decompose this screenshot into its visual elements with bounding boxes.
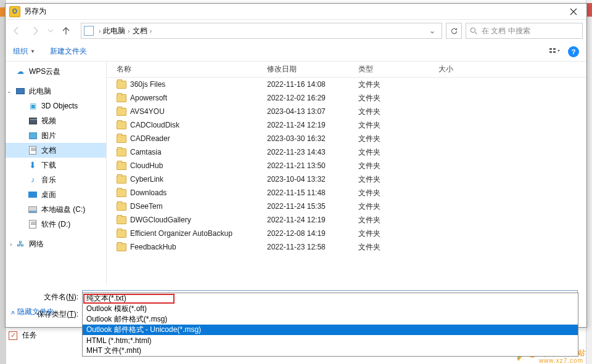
file-row[interactable]: Downloads2022-11-15 11:48文件夹 [107, 186, 586, 200]
arrow-right-icon [30, 26, 40, 36]
dropdown-option[interactable]: MHT 文件(*.mht) [83, 346, 578, 356]
svg-rect-3 [553, 48, 556, 50]
sidebar-item-wps[interactable]: ☁WPS云盘 [6, 64, 106, 79]
nav-back-button[interactable] [9, 23, 24, 38]
checkbox-icon[interactable]: ✓ [9, 331, 17, 340]
close-button[interactable] [561, 4, 586, 20]
chevron-right-icon: › [150, 28, 152, 34]
nav-history-button[interactable] [46, 23, 55, 38]
folder-icon [117, 94, 126, 102]
chevron-up-icon: ʌ [11, 309, 15, 315]
dropdown-option[interactable]: HTML (*.htm;*.html) [83, 335, 578, 346]
refresh-button[interactable] [446, 23, 462, 39]
savetype-dropdown: 纯文本(*.txt) Outlook 模板(*.oft) Outlook 邮件格… [82, 293, 578, 357]
file-row[interactable]: FeedbackHub2022-11-23 12:58文件夹 [107, 240, 586, 254]
file-date: 2022-11-21 13:50 [267, 161, 358, 170]
file-type: 文件夹 [358, 188, 438, 198]
file-row[interactable]: Camtasia2022-11-23 14:43文件夹 [107, 145, 586, 159]
disk-icon [28, 219, 38, 229]
sidebar-item-pictures[interactable]: 图片 [6, 128, 106, 143]
save-as-dialog: O 另存为 › 此电脑 › 文档 › ⌄ [5, 3, 587, 328]
file-row[interactable]: CloudHub2022-11-21 13:50文件夹 [107, 159, 586, 172]
sidebar-item-3d[interactable]: ▣3D Objects [6, 99, 106, 113]
sidebar-item-diskc[interactable]: 本地磁盘 (C:) [6, 202, 106, 217]
network-icon: 🖧 [15, 239, 25, 249]
col-size[interactable]: 大小 [438, 64, 488, 75]
task-item[interactable]: ✓ 任务 [9, 330, 37, 341]
nav-up-button[interactable] [59, 23, 73, 38]
nav-forward-button[interactable] [28, 23, 43, 38]
svg-rect-4 [553, 51, 556, 53]
dropdown-option-selected[interactable]: Outlook 邮件格式 - Unicode(*.msg) [83, 325, 578, 335]
file-name: CloudHub [130, 161, 163, 170]
breadcrumb[interactable]: › 此电脑 › 文档 › ⌄ [81, 23, 442, 39]
sidebar-item-network[interactable]: ⌄🖧网络 [6, 237, 106, 251]
file-type: 文件夹 [358, 93, 438, 103]
outlook-icon: O [9, 6, 20, 17]
search-input[interactable]: 在 文档 中搜索 [466, 23, 583, 39]
file-name: Efficient Organizer AutoBackup [130, 229, 232, 238]
file-name: 360js Files [130, 80, 165, 89]
help-button[interactable]: ? [568, 46, 579, 57]
file-row[interactable]: 360js Files2022-11-16 14:08文件夹 [107, 78, 586, 91]
sidebar-item-docs[interactable]: 文档 [6, 143, 106, 158]
col-date[interactable]: 修改日期 [267, 64, 358, 75]
file-row[interactable]: CADReader2023-03-30 16:32文件夹 [107, 132, 586, 145]
file-row[interactable]: DWGCloudGallery2022-11-24 12:19文件夹 [107, 213, 586, 227]
file-row[interactable]: CyberLink2023-10-04 13:32文件夹 [107, 172, 586, 186]
sidebar-item-diskd[interactable]: 软件 (D:) [6, 217, 106, 232]
file-row[interactable]: Apowersoft2022-12-02 16:29文件夹 [107, 91, 586, 105]
search-icon [470, 27, 478, 35]
file-name: Camtasia [130, 148, 162, 156]
breadcrumb-dropdown[interactable]: ⌄ [426, 26, 439, 35]
column-headers: 名称 修改日期 类型 大小 [107, 62, 586, 78]
col-name[interactable]: 名称 [107, 64, 267, 75]
file-date: 2022-11-16 14:08 [267, 80, 358, 89]
dropdown-option[interactable]: Outlook 模板(*.oft) [83, 304, 578, 314]
dropdown-option[interactable]: Outlook 邮件格式(*.msg) [83, 314, 578, 325]
pc-icon [84, 26, 94, 36]
collapse-icon[interactable]: ⌄ [7, 88, 13, 94]
refresh-icon [450, 27, 458, 35]
file-date: 2022-11-24 12:19 [267, 121, 358, 129]
sidebar-item-music[interactable]: ♪音乐 [6, 172, 106, 187]
view-options-button[interactable] [546, 45, 563, 59]
toolbar: 组织 ▼ 新建文件夹 ? [6, 42, 586, 62]
svg-point-0 [471, 28, 475, 32]
breadcrumb-root[interactable]: 此电脑 [103, 26, 125, 36]
col-type[interactable]: 类型 [358, 64, 438, 75]
desktop-icon [28, 190, 38, 200]
file-date: 2023-10-04 13:32 [267, 175, 358, 184]
sidebar-item-desktop[interactable]: 桌面 [6, 187, 106, 202]
file-date: 2022-11-23 14:43 [267, 148, 358, 156]
sidebar-item-thispc[interactable]: ⌄此电脑 [6, 84, 106, 99]
svg-rect-2 [549, 51, 552, 53]
3d-icon: ▣ [28, 101, 38, 111]
view-list-icon [549, 47, 560, 56]
file-row[interactable]: Efficient Organizer AutoBackup2022-12-08… [107, 227, 586, 240]
sidebar-item-video[interactable]: 视频 [6, 113, 106, 128]
breadcrumb-folder[interactable]: 文档 [133, 26, 147, 36]
file-row[interactable]: AVS4YOU2023-04-13 13:07文件夹 [107, 105, 586, 118]
file-date: 2023-04-13 13:07 [267, 107, 358, 116]
file-row[interactable]: DSeeTem2022-11-24 15:35文件夹 [107, 200, 586, 213]
music-icon: ♪ [28, 175, 38, 185]
file-name: CADCloudDisk [130, 121, 179, 129]
organize-button[interactable]: 组织 ▼ [13, 46, 35, 57]
folder-icon [117, 243, 126, 251]
file-date: 2022-12-02 16:29 [267, 94, 358, 102]
file-row[interactable]: CADCloudDisk2022-11-24 12:19文件夹 [107, 118, 586, 132]
sidebar-item-downloads[interactable]: ⬇下载 [6, 158, 106, 172]
folder-icon [117, 216, 126, 224]
file-name: FeedbackHub [130, 243, 176, 251]
folder-icon [117, 135, 126, 143]
file-date: 2022-11-15 11:48 [267, 188, 358, 197]
hide-folders-button[interactable]: ʌ 隐藏文件夹 [11, 307, 54, 317]
file-type: 文件夹 [358, 79, 438, 90]
new-folder-button[interactable]: 新建文件夹 [50, 46, 87, 57]
expand-icon[interactable]: ⌄ [7, 241, 13, 247]
navbar: › 此电脑 › 文档 › ⌄ 在 文档 中搜索 [6, 20, 586, 42]
dropdown-option[interactable]: 纯文本(*.txt) [83, 293, 578, 304]
folder-icon [117, 108, 126, 116]
file-date: 2023-03-30 16:32 [267, 134, 358, 143]
